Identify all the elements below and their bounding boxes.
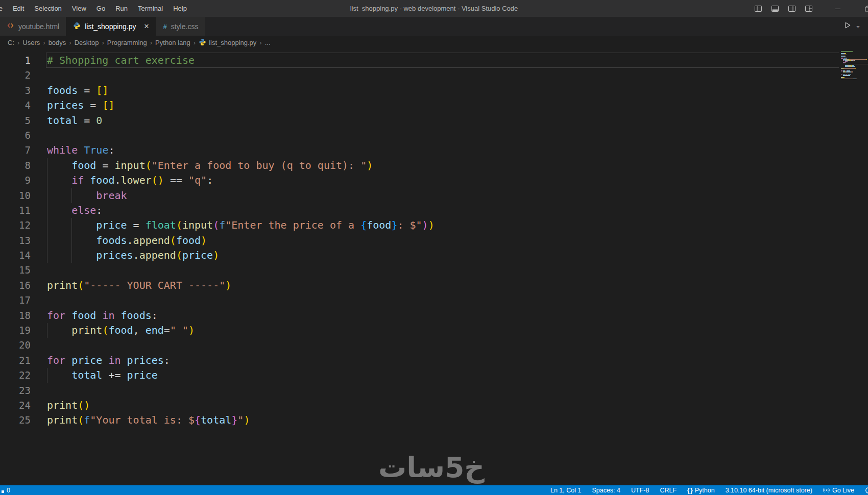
css-icon: #	[163, 22, 166, 31]
code-line-5[interactable]: 5total = 0	[0, 113, 868, 128]
indent-guide	[47, 368, 47, 383]
code-line-2[interactable]: 2	[0, 68, 868, 83]
breadcrumb-item-desktop[interactable]: Desktop	[75, 39, 99, 46]
code-line-9[interactable]: 9 if food.lower() == "q":	[0, 173, 868, 188]
menu-file[interactable]: File	[0, 0, 8, 17]
status-problems[interactable]: 0	[2, 485, 10, 495]
code-line-4[interactable]: 4prices = []	[0, 98, 868, 113]
status-cursor-position-label: Ln 1, Col 1	[550, 487, 581, 494]
breadcrumb-separator: ›	[147, 39, 155, 46]
code-text: print()	[47, 398, 90, 413]
line-number: 22	[0, 368, 31, 383]
status-encoding[interactable]: UTF-8	[631, 485, 649, 495]
menu-run[interactable]: Run	[110, 0, 133, 17]
code-line-10[interactable]: 10 break	[0, 188, 868, 203]
code-line-25[interactable]: 25print(f"Your total is: ${total}")	[0, 413, 868, 428]
breadcrumb-label: C:	[8, 39, 14, 46]
breadcrumb-item-list_shopping-py[interactable]: list_shopping.py	[199, 38, 256, 47]
layout-customize-icon[interactable]	[805, 5, 813, 13]
code-line-8[interactable]: 8 food = input("Enter a food to buy (q t…	[0, 158, 868, 173]
minimap[interactable]	[839, 51, 868, 80]
breadcrumb-label: ...	[265, 39, 271, 46]
breadcrumb-item-bodys[interactable]: bodys	[49, 39, 66, 46]
code-line-21[interactable]: 21for price in prices:	[0, 353, 868, 368]
menu-edit[interactable]: Edit	[8, 0, 29, 17]
breadcrumb-item-c-[interactable]: C:	[8, 39, 14, 46]
status-cursor-position[interactable]: Ln 1, Col 1	[550, 485, 581, 495]
code-text: print(food, end=" ")	[47, 323, 195, 338]
code-text: foods = []	[47, 83, 108, 98]
window-controls	[754, 0, 868, 17]
code-editor[interactable]: 1# Shopping cart exercise23foods = []4pr…	[0, 50, 868, 485]
minimize-icon[interactable]	[834, 5, 842, 13]
code-line-13[interactable]: 13 foods.append(food)	[0, 233, 868, 248]
line-number: 8	[0, 158, 31, 173]
status-python-interpreter-label: 3.10.10 64-bit (microsoft store)	[726, 487, 812, 494]
breadcrumb-label: Python lang	[155, 39, 190, 46]
braces-icon: { }	[687, 487, 692, 494]
breadcrumb-item--[interactable]: ...	[265, 39, 271, 46]
status-go-live[interactable]: Go Live	[823, 485, 854, 495]
tab-style-css[interactable]: #style.css	[156, 17, 205, 36]
layout-panel-icon[interactable]	[771, 5, 779, 13]
line-number: 18	[0, 308, 31, 323]
menu-terminal[interactable]: Terminal	[133, 0, 168, 17]
breadcrumb-item-users[interactable]: Users	[22, 39, 40, 46]
python-icon	[73, 22, 81, 31]
code-line-14[interactable]: 14 prices.append(price)	[0, 248, 868, 263]
chevron-down-icon[interactable]: ⌄	[855, 21, 861, 29]
status-language-mode[interactable]: { }Python	[687, 485, 715, 495]
breadcrumb-label: Users	[22, 39, 40, 46]
code-line-11[interactable]: 11 else:	[0, 203, 868, 218]
code-line-19[interactable]: 19 print(food, end=" ")	[0, 323, 868, 338]
line-number: 6	[0, 128, 31, 143]
code-line-20[interactable]: 20	[0, 338, 868, 353]
status-edge-partial[interactable]	[865, 485, 868, 495]
code-text: prices.append(price)	[47, 248, 219, 263]
code-line-1[interactable]: 1# Shopping cart exercise	[0, 53, 868, 68]
tab-list: youtube.htmllist_shopping.py✕#style.css	[0, 17, 205, 36]
code-line-22[interactable]: 22 total += price	[0, 368, 868, 383]
code-line-23[interactable]: 23	[0, 383, 868, 398]
code-line-24[interactable]: 24print()	[0, 398, 868, 413]
code-line-12[interactable]: 12 price = float(input(f"Enter the price…	[0, 218, 868, 233]
menu-selection[interactable]: Selection	[29, 0, 66, 17]
line-number: 24	[0, 398, 31, 413]
code-line-15[interactable]: 15	[0, 263, 868, 278]
line-number: 20	[0, 338, 31, 353]
indent-guide	[47, 248, 47, 263]
breadcrumb-item-programming[interactable]: Programming	[107, 39, 147, 46]
line-number: 23	[0, 383, 31, 398]
status-problems-label: 0	[7, 487, 10, 494]
code-line-6[interactable]: 6	[0, 128, 868, 143]
code-line-18[interactable]: 18for food in foods:	[0, 308, 868, 323]
tab-youtube-html[interactable]: youtube.html	[0, 17, 66, 36]
code-line-7[interactable]: 7while True:	[0, 143, 868, 158]
code-text: else:	[47, 203, 102, 218]
close-icon[interactable]: ✕	[144, 22, 150, 30]
status-python-interpreter[interactable]: 3.10.10 64-bit (microsoft store)	[726, 485, 812, 495]
code-line-16[interactable]: 16print("----- YOUR CART -----")	[0, 278, 868, 293]
layout-sidebar-left-icon[interactable]	[754, 5, 762, 13]
menu-help[interactable]: Help	[168, 0, 192, 17]
menu-go[interactable]: Go	[91, 0, 110, 17]
menu-view[interactable]: View	[67, 0, 91, 17]
status-eol[interactable]: CRLF	[660, 485, 677, 495]
status-indentation[interactable]: Spaces: 4	[592, 485, 620, 495]
line-number: 17	[0, 293, 31, 308]
restore-icon[interactable]	[864, 5, 868, 13]
code-text: price = float(input(f"Enter the price of…	[47, 218, 435, 233]
code-line-3[interactable]: 3foods = []	[0, 83, 868, 98]
dot-icon	[2, 487, 4, 493]
breadcrumb-label: Desktop	[75, 39, 99, 46]
indent-guide	[71, 248, 72, 263]
line-number: 13	[0, 233, 31, 248]
breadcrumb-item-python-lang[interactable]: Python lang	[155, 39, 190, 46]
tab-list_shopping-py[interactable]: list_shopping.py✕	[66, 17, 156, 36]
code-text: prices = []	[47, 98, 114, 113]
run-file-button[interactable]	[843, 21, 851, 31]
code-text: total = 0	[47, 113, 102, 128]
indent-guide	[47, 158, 47, 173]
code-line-17[interactable]: 17	[0, 293, 868, 308]
layout-sidebar-right-icon[interactable]	[788, 5, 796, 13]
